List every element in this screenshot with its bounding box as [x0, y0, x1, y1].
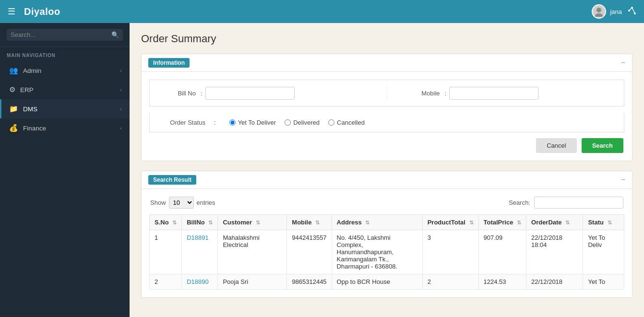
radio-yet-to-deliver[interactable]: Yet To Deliver: [229, 119, 276, 126]
sidebar-item-dms[interactable]: 📁 DMS ‹: [0, 99, 130, 118]
sidebar-section-label: MAIN NAVIGATION: [0, 47, 130, 61]
tp-sort-icon[interactable]: ⇅: [517, 220, 521, 225]
table-search-group: Search:: [509, 197, 623, 209]
search-result-card-body: Show 10 25 50 100 entries Search:: [142, 189, 632, 297]
dms-chevron-icon: ‹: [120, 106, 122, 112]
cell-sno: 2: [150, 274, 182, 290]
cell-sno: 1: [150, 230, 182, 274]
radio-delivered-input[interactable]: [285, 119, 291, 126]
radio-cancelled-label: Cancelled: [337, 119, 365, 126]
cell-total-price: 907.09: [478, 230, 526, 274]
status-sort-icon[interactable]: ⇅: [608, 220, 612, 225]
search-button[interactable]: Search: [582, 138, 623, 153]
form-buttons-row: Cancel Search: [149, 138, 624, 153]
cell-order-date: 22/12/2018: [526, 274, 583, 290]
finance-icon: 💰: [9, 124, 18, 132]
pt-sort-icon[interactable]: ⇅: [469, 220, 474, 225]
finance-chevron-icon: ‹: [120, 125, 122, 131]
results-table: S.No ⇅ BillNo ⇅ Customer ⇅ Mobile ⇅ Addr…: [149, 214, 624, 290]
user-info: jana: [592, 4, 622, 19]
col-order-date: OrderDate ⇅: [526, 215, 583, 230]
sidebar-item-admin[interactable]: 👥 Admin ‹: [0, 61, 130, 80]
cancel-button[interactable]: Cancel: [536, 138, 576, 153]
entries-select[interactable]: 10 25 50 100: [169, 197, 194, 209]
sidebar-item-admin-left: 👥 Admin: [9, 66, 41, 75]
topbar-right: jana: [592, 4, 636, 19]
mobile-label: Mobile: [402, 90, 440, 97]
radio-delivered[interactable]: Delivered: [285, 119, 320, 126]
bill-no-colon: :: [201, 90, 203, 97]
entries-label: entries: [197, 199, 215, 206]
mobile-input[interactable]: [449, 87, 538, 100]
col-product-total: ProductTotal ⇅: [422, 215, 478, 230]
cell-customer: Pooja Sri: [218, 274, 287, 290]
bill-mobile-row: Bill No : Mobile :: [149, 80, 624, 106]
sidebar-item-finance-label: Finance: [23, 125, 46, 132]
information-card: Information − Bill No : Mobile :: [141, 54, 632, 161]
sidebar-item-finance[interactable]: 💰 Finance ‹: [0, 118, 130, 138]
admin-icon: 👥: [9, 66, 18, 75]
field-divider: [387, 86, 387, 100]
billno-sort-icon[interactable]: ⇅: [208, 220, 213, 225]
search-result-badge: Search Result: [148, 175, 196, 185]
radio-delivered-label: Delivered: [293, 119, 320, 126]
cell-address: Opp to BCR House: [332, 274, 422, 290]
sidebar-search-container: 🔍: [0, 23, 130, 47]
col-total-price: TotalPrice ⇅: [478, 215, 526, 230]
hamburger-menu-icon[interactable]: ☰: [8, 6, 15, 17]
sidebar: 🔍 MAIN NAVIGATION 👥 Admin ‹ ⚙ ERP ‹ 📁 DM…: [0, 23, 130, 317]
svg-point-0: [596, 8, 601, 12]
col-customer: Customer ⇅: [218, 215, 287, 230]
table-header-row: S.No ⇅ BillNo ⇅ Customer ⇅ Mobile ⇅ Addr…: [150, 215, 624, 230]
avatar: [592, 4, 606, 19]
order-status-row: Order Status : Yet To Deliver Delivered: [149, 113, 624, 132]
information-card-body: Bill No : Mobile : Order Status :: [142, 72, 632, 161]
billno-link[interactable]: D18890: [187, 278, 209, 285]
show-entries-group: Show 10 25 50 100 entries: [150, 197, 215, 209]
show-label: Show: [150, 199, 166, 206]
cell-mobile: 9865312445: [287, 274, 332, 290]
search-result-card-header: Search Result −: [142, 171, 632, 189]
sidebar-item-finance-left: 💰 Finance: [9, 124, 46, 132]
username-label: jana: [610, 8, 622, 15]
result-collapse-icon[interactable]: −: [621, 176, 625, 184]
radio-yet-to-deliver-input[interactable]: [229, 119, 236, 126]
mobile-sort-icon[interactable]: ⇅: [315, 220, 320, 225]
sno-sort-icon[interactable]: ⇅: [172, 220, 177, 225]
topbar: ☰ Diyaloo jana: [0, 0, 644, 23]
customer-sort-icon[interactable]: ⇅: [256, 220, 260, 225]
od-sort-icon[interactable]: ⇅: [565, 220, 570, 225]
cell-total-price: 1224.53: [478, 274, 526, 290]
sidebar-item-dms-left: 📁 DMS: [9, 105, 37, 113]
sidebar-item-erp-left: ⚙ ERP: [9, 85, 34, 94]
sidebar-item-erp-label: ERP: [20, 86, 34, 94]
billno-link[interactable]: D18891: [187, 234, 209, 241]
information-collapse-icon[interactable]: −: [621, 59, 625, 67]
col-address: Address ⇅: [332, 215, 422, 230]
address-sort-icon[interactable]: ⇅: [365, 220, 370, 225]
erp-icon: ⚙: [9, 85, 15, 94]
cell-product-total: 2: [422, 274, 478, 290]
settings-icon[interactable]: [628, 6, 636, 17]
sidebar-item-dms-label: DMS: [23, 106, 37, 113]
page-title: Order Summary: [141, 33, 632, 45]
sidebar-item-erp[interactable]: ⚙ ERP ‹: [0, 80, 130, 99]
search-result-card: Search Result − Show 10 25 50 100 entrie…: [141, 171, 632, 298]
sidebar-item-admin-label: Admin: [23, 67, 41, 74]
sidebar-search-inner: 🔍: [7, 29, 123, 41]
bill-no-field-group: Bill No :: [157, 87, 372, 100]
cell-mobile: 9442413557: [287, 230, 332, 274]
sidebar-search-icon: 🔍: [111, 31, 119, 38]
cell-customer: Mahalakshmi Electrical: [218, 230, 287, 274]
radio-yet-to-deliver-label: Yet To Deliver: [238, 119, 276, 126]
information-card-header: Information −: [142, 54, 632, 72]
table-search-input[interactable]: [534, 197, 623, 209]
cell-product-total: 3: [422, 230, 478, 274]
cell-billno: D18890: [182, 274, 218, 290]
bill-no-input[interactable]: [205, 87, 295, 100]
mobile-colon: :: [445, 90, 447, 97]
radio-cancelled[interactable]: Cancelled: [328, 119, 365, 126]
radio-cancelled-input[interactable]: [328, 119, 334, 126]
sidebar-search-input[interactable]: [11, 31, 111, 38]
order-status-colon: :: [214, 119, 216, 126]
